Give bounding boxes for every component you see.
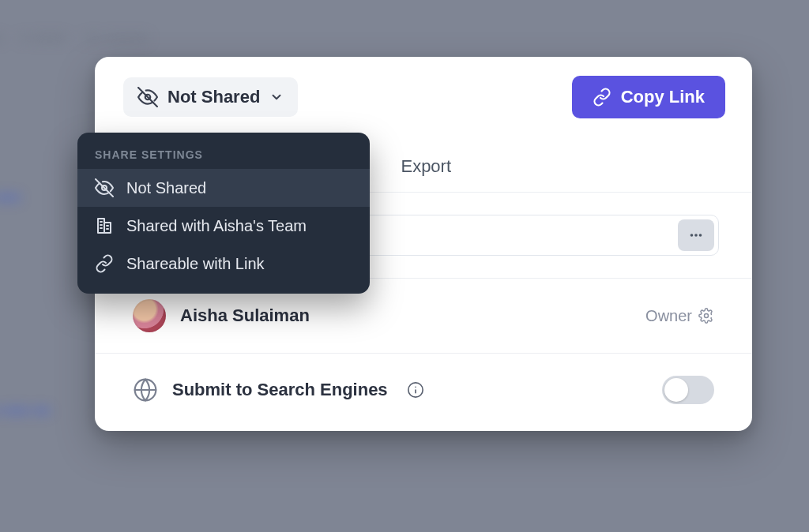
copy-link-button[interactable]: Copy Link <box>572 76 725 118</box>
gear-icon <box>698 308 714 324</box>
modal-header: Not Shared Copy Link <box>95 57 752 137</box>
globe-icon <box>133 377 158 403</box>
user-role-label: Owner <box>645 307 692 325</box>
svg-point-3 <box>699 234 702 237</box>
search-engines-toggle[interactable] <box>662 376 714 404</box>
share-status-label: Not Shared <box>167 87 260 107</box>
info-icon[interactable] <box>407 381 424 399</box>
invite-more-button[interactable] <box>678 219 714 251</box>
svg-point-1 <box>690 234 694 237</box>
link-icon <box>593 88 611 107</box>
user-role[interactable]: Owner <box>645 307 714 325</box>
chevron-down-icon <box>269 90 284 104</box>
tab-export[interactable]: Export <box>401 142 451 192</box>
dropdown-item-link[interactable]: Shareable with Link <box>77 245 370 283</box>
dropdown-item-not-shared[interactable]: Not Shared <box>77 169 370 207</box>
share-status-dropdown-button[interactable]: Not Shared <box>123 77 298 117</box>
user-name: Aisha Sulaiman <box>180 305 310 326</box>
link-icon <box>95 254 114 273</box>
dropdown-item-team[interactable]: Shared with Aisha's Team <box>77 207 370 245</box>
dropdown-header: SHARE SETTINGS <box>77 147 370 169</box>
dropdown-item-label: Shared with Aisha's Team <box>126 217 307 235</box>
eye-off-icon <box>95 178 114 197</box>
svg-point-4 <box>705 314 709 318</box>
ellipsis-icon <box>687 227 705 244</box>
search-engines-row: Submit to Search Engines <box>95 354 752 431</box>
building-icon <box>95 216 114 235</box>
avatar <box>133 299 166 332</box>
copy-link-label: Copy Link <box>621 87 705 107</box>
search-engines-label: Submit to Search Engines <box>172 380 388 400</box>
toggle-knob <box>664 378 688 402</box>
dropdown-item-label: Shareable with Link <box>126 255 265 273</box>
svg-point-2 <box>694 234 698 237</box>
dropdown-item-label: Not Shared <box>126 179 206 197</box>
share-settings-dropdown: SHARE SETTINGS Not Shared Shared with Ai… <box>77 133 370 294</box>
svg-rect-12 <box>104 223 111 233</box>
eye-off-icon <box>137 87 158 107</box>
